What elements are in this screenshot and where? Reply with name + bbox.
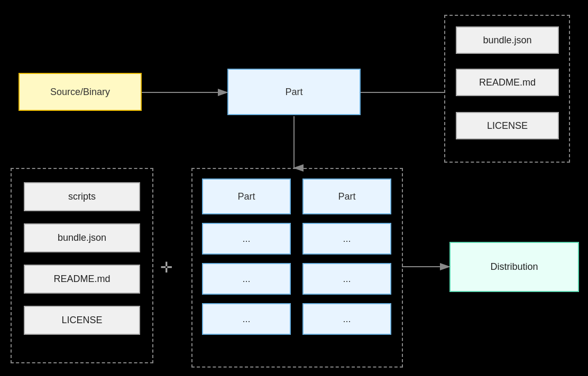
plus-symbol: ✛: [160, 259, 172, 276]
distribution-box: Distribution: [449, 242, 579, 292]
grid-ellipsis-41: ...: [202, 303, 291, 335]
license-left-box: LICENSE: [24, 306, 140, 335]
grid-ellipsis-22: ...: [302, 223, 391, 255]
grid-ellipsis-42: ...: [302, 303, 391, 335]
grid-ellipsis-21: ...: [202, 223, 291, 255]
scripts-box: scripts: [24, 182, 140, 211]
part-top-box: Part: [227, 69, 361, 115]
source-binary-box: Source/Binary: [19, 73, 142, 111]
readme-left-box: README.md: [24, 265, 140, 294]
grid-part-11: Part: [202, 178, 291, 214]
grid-ellipsis-31: ...: [202, 263, 291, 295]
grid-part-12: Part: [302, 178, 391, 214]
diagram-container: Source/Binary Part bundle.json README.md…: [0, 0, 588, 376]
grid-ellipsis-32: ...: [302, 263, 391, 295]
bundle-json-left-box: bundle.json: [24, 223, 140, 252]
license-top-box: LICENSE: [456, 112, 559, 139]
readme-top-box: README.md: [456, 69, 559, 96]
bundle-json-top-box: bundle.json: [456, 26, 559, 54]
